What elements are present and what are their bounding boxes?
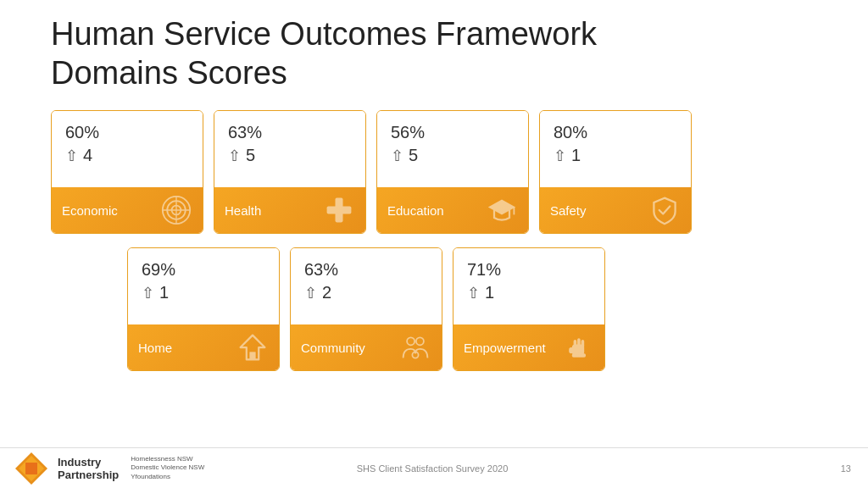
home-label: Home xyxy=(138,341,172,355)
card-community: 63% ⇧ 2 Community xyxy=(290,247,442,371)
logo-area: Industry Partnership Homelessness NSW Do… xyxy=(0,451,223,486)
logo-sub3: Yfoundations xyxy=(131,473,204,481)
card-education: 56% ⇧ 5 Education xyxy=(376,110,529,234)
empowerment-label: Empowerment xyxy=(464,341,546,355)
people-icon xyxy=(399,331,431,363)
card-community-footer: Community xyxy=(291,324,442,370)
card-home-footer: Home xyxy=(128,324,279,370)
svg-rect-10 xyxy=(249,352,255,359)
page-title: Human Service Outcomes Framework Domains… xyxy=(51,15,597,92)
logo-text: Industry Partnership xyxy=(58,456,119,481)
up-arrow-icon: ⇧ xyxy=(391,147,403,165)
education-arrow: ⇧ 5 xyxy=(391,146,515,165)
empowerment-arrow: ⇧ 1 xyxy=(467,283,591,302)
up-arrow-icon: ⇧ xyxy=(304,284,317,302)
svg-marker-7 xyxy=(488,199,515,214)
safety-percentage: 80% xyxy=(554,123,677,142)
card-safety-body: 80% ⇧ 1 xyxy=(540,111,691,187)
svg-rect-6 xyxy=(327,207,352,214)
community-arrow: ⇧ 2 xyxy=(304,283,428,302)
svg-rect-18 xyxy=(569,347,573,353)
community-label: Community xyxy=(301,341,365,355)
empowerment-percentage: 71% xyxy=(467,260,591,280)
logo-subtext: Homelessness NSW Domestic Violence NSW Y… xyxy=(131,455,204,481)
card-economic: 60% ⇧ 4 Economic xyxy=(51,110,203,234)
shield-icon xyxy=(648,194,681,226)
svg-rect-17 xyxy=(581,340,585,347)
economic-percentage: 60% xyxy=(65,123,189,142)
card-economic-footer: Economic xyxy=(52,187,203,233)
home-arrow: ⇧ 1 xyxy=(142,283,265,302)
svg-point-11 xyxy=(407,337,415,345)
graduation-icon xyxy=(486,194,518,226)
up-arrow-icon: ⇧ xyxy=(65,147,78,165)
logo-partnership: Partnership xyxy=(58,469,119,481)
up-arrow-icon: ⇧ xyxy=(467,284,480,302)
card-empowerment-footer: Empowerment xyxy=(453,324,604,370)
health-arrow: ⇧ 5 xyxy=(228,146,352,165)
up-arrow-icon: ⇧ xyxy=(142,284,154,302)
card-health-body: 63% ⇧ 5 xyxy=(214,111,365,187)
svg-point-12 xyxy=(416,337,424,345)
card-community-body: 63% ⇧ 2 xyxy=(291,248,442,324)
education-percentage: 56% xyxy=(391,123,515,142)
logo-industry: Industry xyxy=(58,456,119,469)
safety-arrow: ⇧ 1 xyxy=(554,146,677,165)
row2: 69% ⇧ 1 Home xyxy=(127,247,851,371)
money-icon xyxy=(160,194,192,226)
row1: 60% ⇧ 4 Economic xyxy=(51,110,851,234)
card-safety-footer: Safety xyxy=(540,187,691,233)
footer-page-number: 13 xyxy=(642,463,868,474)
up-arrow-icon: ⇧ xyxy=(554,147,566,165)
svg-rect-16 xyxy=(577,338,581,347)
home-percentage: 69% xyxy=(142,260,265,280)
card-education-body: 56% ⇧ 5 xyxy=(377,111,528,187)
title-line2: Domains Scores xyxy=(51,54,597,93)
community-percentage: 63% xyxy=(304,260,428,280)
logo-sub2: Domestic Violence NSW xyxy=(131,463,204,472)
economic-arrow: ⇧ 4 xyxy=(65,146,189,165)
card-health: 63% ⇧ 5 Health xyxy=(214,110,366,234)
domains-container: 60% ⇧ 4 Economic xyxy=(51,110,851,371)
safety-label: Safety xyxy=(550,203,587,218)
card-health-footer: Health xyxy=(214,187,365,233)
card-empowerment: 71% ⇧ 1 Empowerment xyxy=(453,247,605,371)
up-arrow-icon: ⇧ xyxy=(228,147,241,165)
logo-sub1: Homelessness NSW xyxy=(131,455,204,463)
footer-survey-text: SHS Client Satisfaction Survey 2020 xyxy=(223,463,642,474)
card-safety: 80% ⇧ 1 Safety xyxy=(539,110,692,234)
svg-marker-22 xyxy=(25,463,37,474)
card-economic-body: 60% ⇧ 4 xyxy=(52,111,203,187)
economic-label: Economic xyxy=(62,203,118,218)
card-home: 69% ⇧ 1 Home xyxy=(127,247,280,371)
education-label: Education xyxy=(387,203,444,218)
svg-rect-15 xyxy=(574,340,577,347)
page-footer: Industry Partnership Homelessness NSW Do… xyxy=(0,447,868,488)
fist-icon xyxy=(562,331,594,363)
logo-diamond-icon xyxy=(14,451,49,486)
card-home-body: 69% ⇧ 1 xyxy=(128,248,279,324)
health-percentage: 63% xyxy=(228,123,352,142)
house-icon xyxy=(236,331,269,363)
svg-rect-19 xyxy=(572,353,586,358)
title-line1: Human Service Outcomes Framework xyxy=(51,15,597,54)
cross-icon xyxy=(323,194,355,226)
health-label: Health xyxy=(225,203,261,218)
card-education-footer: Education xyxy=(377,187,528,233)
card-empowerment-body: 71% ⇧ 1 xyxy=(453,248,604,324)
